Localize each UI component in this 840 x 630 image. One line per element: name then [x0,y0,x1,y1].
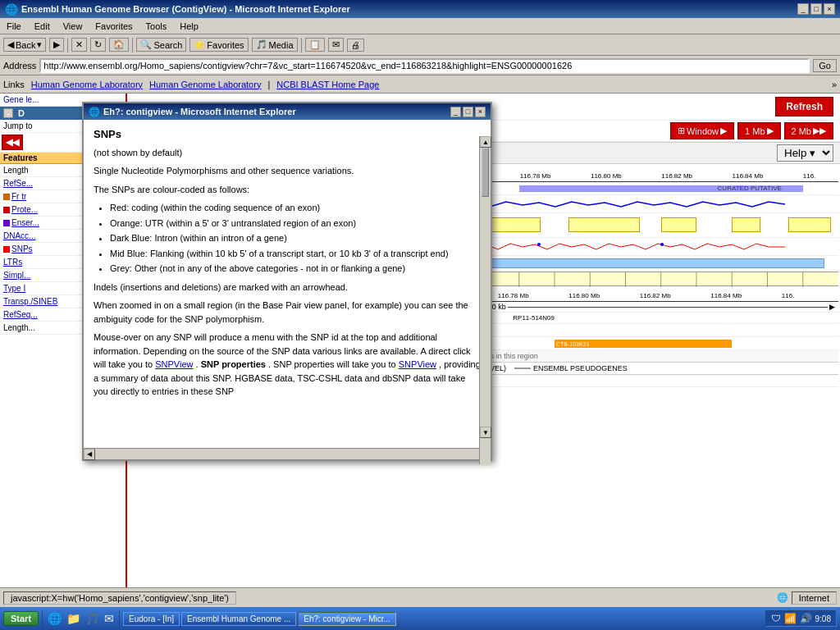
menu-help[interactable]: Help [176,21,202,32]
modal-close-button[interactable]: × [475,107,486,117]
modal-title: Eh?: contigview - Microsoft Internet Exp… [103,107,296,116]
history-button[interactable]: 📋 [305,38,325,52]
refresh-browser-button[interactable]: ↻ [90,38,106,52]
modal-heading: SNPs [94,126,481,143]
menu-tools[interactable]: Tools [143,21,171,32]
taskbar-ensembl[interactable]: Ensembl Human Genome ... [181,612,296,626]
left-nav-btn[interactable]: ◀◀ [2,135,23,150]
1mb-button[interactable]: 1 Mb ▶ [737,122,780,139]
quicklaunch-mail-icon[interactable]: ✉ [103,612,116,625]
address-input[interactable] [39,58,810,73]
scale-arrow-right: ▶ [829,303,835,311]
2mb-button[interactable]: 2 Mb ▶▶ [784,122,833,139]
menu-edit[interactable]: Edit [31,21,53,32]
snpview-link-2[interactable]: SNPView [399,359,436,369]
ltrs-link[interactable]: LTRs [3,258,22,267]
coord-10: 116. [803,172,816,180]
modal-scroll-track [480,148,491,427]
toolbar-separator-2 [132,38,133,52]
modal-subtitle: (not shown by default) [94,146,481,160]
home-button[interactable]: 🏠 [109,38,129,52]
start-button[interactable]: Start [3,611,39,626]
fr-color-box [3,194,10,200]
maximize-button[interactable]: □ [810,3,822,15]
modal-restore-button[interactable]: □ [463,107,473,117]
simple-link[interactable]: Simpl... [3,271,30,280]
svg-point-2 [537,243,541,246]
go-button[interactable]: Go [813,59,837,72]
favorites-button[interactable]: ⭐ Favorites [189,38,248,52]
refseq2-link[interactable]: RefSeq... [3,310,38,319]
media-button[interactable]: 🎵 Media [252,38,298,52]
dnacc-link[interactable]: DNAcc... [3,231,35,240]
links-genome[interactable]: Human Genome Laboratory [31,80,143,89]
print-button[interactable]: 🖨 [347,39,364,52]
bottom-coord-7: 116.80 Mb [568,292,600,299]
quicklaunch-folder-icon[interactable]: 📁 [65,612,82,625]
coord-6: 116.78 Mb [520,172,551,180]
minimize-button[interactable]: _ [797,3,809,15]
links-bar: Links Human Genome Laboratory Human Geno… [0,75,840,94]
links-expand[interactable]: » [832,80,837,89]
region-block-9 [732,217,760,232]
1mb-arrow-icon: ▶ [767,126,774,136]
jump-label: Jump to [3,121,33,130]
quicklaunch-ie-icon[interactable]: 🌐 [46,612,63,625]
modal-ie-icon: 🌐 [89,107,100,117]
modal-scroll-left-button[interactable]: ◀ [84,449,95,460]
snps-color-box [3,246,10,253]
ensembl-link[interactable]: Enser... [11,218,39,227]
menu-view[interactable]: View [60,21,86,32]
print-icon: 🖨 [351,40,360,50]
mail-button[interactable]: ✉ [328,38,344,52]
modal-para2: The SNPs are colour-coded as follows: [94,183,481,197]
modal-para1: Single Nucleotide Polymorphisms and othe… [94,164,481,178]
transp-link[interactable]: Transp./SINEB [3,297,57,306]
modal-scroll-down-button[interactable]: ▼ [480,427,491,438]
expand-icon[interactable]: - [3,108,13,118]
search-button[interactable]: 🔍 Search [136,38,186,52]
menu-file[interactable]: File [3,21,25,32]
toolbar-separator-3 [301,38,302,52]
taskbar-contigview[interactable]: Eh?: contigview - Micr... [298,612,396,626]
modal-scrollbar[interactable]: ▲ ▼ [479,136,491,464]
refseq-link[interactable]: RefSe... [3,179,33,188]
modal-scroll-thumb[interactable] [482,148,489,197]
modal-content-wrapper: SNPs (not shown by default) Single Nucle… [84,120,491,448]
snps-link[interactable]: SNPs [11,244,33,253]
region-block-6 [491,217,541,232]
refresh-window-button[interactable]: Refresh [775,97,833,116]
taskbar: Start 🌐 📁 🎵 ✉ Eudora - [In] Ensembl Huma… [0,607,840,630]
back-button[interactable]: ◀ Back ▾ [3,38,46,52]
modal-scroll-up-button[interactable]: ▲ [480,136,491,148]
quicklaunch-music-icon[interactable]: 🎵 [84,612,101,625]
tray-antivirus-icon: 🛡 [771,613,781,624]
type1-link[interactable]: Type I [3,284,25,293]
modal-bullet-2: Orange: UTR (within a 5' or 3' untransla… [110,217,481,231]
status-zone-label: Internet [792,591,837,605]
links-ncbi[interactable]: NCBI BLAST Home Page [276,80,379,89]
window-icon: ⊞ [678,126,685,136]
forward-button[interactable]: ▶ [49,38,64,52]
title-bar: 🌐 Ensembl Human Genome Browser (ContigVi… [0,0,840,18]
menu-bar: File Edit View Favorites Tools Help [0,18,840,34]
curated-putative-label: CURATED PUTATIVE [718,185,782,192]
mail-icon: ✉ [332,39,340,50]
svg-point-3 [660,243,664,246]
help-select[interactable]: Help ▾ [777,144,833,162]
toolbar: ◀ Back ▾ ▶ ✕ ↻ 🏠 🔍 Search ⭐ Favorites 🎵 … [0,34,840,56]
modal-para5: Mouse-over on any SNP will produce a men… [94,331,481,399]
close-button[interactable]: × [824,3,835,15]
snpview-link-1[interactable]: SNPView [155,359,193,369]
ie-icon: 🌐 [5,3,18,16]
protein-link[interactable]: Prote... [11,205,38,214]
window-nav-button[interactable]: ⊞ Window ▶ [670,122,734,139]
address-bar: Address Go [0,56,840,75]
modal-minimize-button[interactable]: _ [450,107,461,117]
fr-tr-link[interactable]: Fr tr [11,192,26,201]
stop-button[interactable]: ✕ [71,38,87,52]
menu-favorites[interactable]: Favorites [92,21,135,32]
links-hgl[interactable]: Human Genome Laboratory [149,80,261,89]
window-title: Ensembl Human Genome Browser (ContigView… [21,4,350,14]
taskbar-eudora[interactable]: Eudora - [In] [123,612,180,626]
